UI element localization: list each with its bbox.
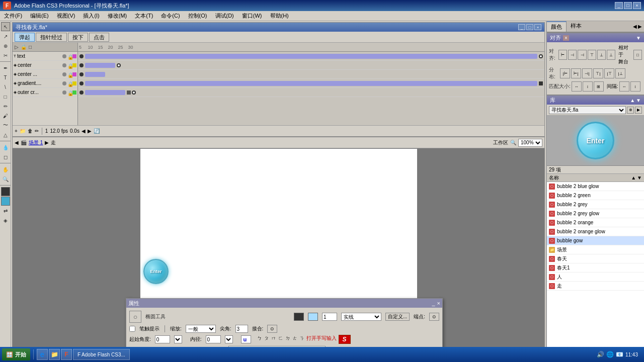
align-center-v-btn[interactable]: ⊥	[597, 50, 606, 60]
lib-arrow-btn[interactable]: ▲	[630, 98, 635, 103]
lib-item-bubble2greyglow[interactable]: ⬡ bubble 2 grey glow	[547, 209, 644, 218]
lib-sort-btn[interactable]: ▲	[631, 175, 636, 180]
lib-item-scene[interactable]: 📁 场景	[547, 245, 644, 254]
props-minimize-btn[interactable]: _	[432, 300, 435, 306]
doc-controls[interactable]: _ □ ×	[518, 24, 541, 30]
lib-new-symbol-btn[interactable]: ⊕	[627, 107, 634, 114]
layer-vis-icon3[interactable]	[62, 72, 66, 76]
eyedrop-tool[interactable]: 💧	[1, 143, 10, 152]
menu-command[interactable]: 命令(C)	[157, 11, 184, 21]
doc-minimize[interactable]: _	[518, 24, 525, 30]
menu-help[interactable]: 帮助(H)	[266, 11, 293, 21]
start-angle-unit[interactable]: °	[174, 335, 182, 343]
ime-btn2[interactable]: ㄆ	[264, 335, 269, 344]
handwrite-btn[interactable]: 打开手写输入	[306, 335, 337, 344]
minimize-btn[interactable]: _	[615, 2, 623, 9]
match-w-btn[interactable]: ↔	[572, 81, 582, 92]
active-app-btn[interactable]: F Adobe Flash CS3...	[73, 349, 130, 360]
close-btn[interactable]: ×	[633, 2, 641, 9]
layer-outer[interactable]: ◈ outer cr... 🔒	[13, 88, 77, 97]
dist-right-btn[interactable]: ⊣|	[582, 68, 592, 78]
ime-btn5[interactable]: ㄉ	[285, 335, 290, 344]
inner-radius-input[interactable]	[206, 335, 221, 343]
lib-item-bubbleglow[interactable]: ⬡ bubble gow	[547, 236, 644, 245]
library-controls[interactable]: ▲ ▼	[630, 98, 641, 103]
play-btn[interactable]: ▶	[88, 128, 92, 134]
loop-btn[interactable]: 🔄	[94, 128, 100, 134]
tab-color[interactable]: 颜色	[547, 21, 567, 32]
tab-sample[interactable]: 样本	[567, 21, 586, 32]
ink-tool[interactable]: 〜	[1, 121, 10, 130]
delete-layer-btn[interactable]: 🗑	[28, 128, 33, 134]
library-file-select[interactable]: 寻找春天.fla	[549, 106, 626, 114]
panel-arrow-left[interactable]: ◀	[633, 24, 637, 29]
ime-btn1[interactable]: ㄅ	[257, 335, 262, 344]
menu-window[interactable]: 窗口(W)	[238, 11, 266, 21]
align-top-btn[interactable]: ⊤	[588, 50, 596, 60]
eraser-tool[interactable]: ◻	[1, 152, 10, 161]
btn-press[interactable]: 按下	[68, 33, 88, 42]
brush-tool[interactable]: 🖌	[1, 111, 10, 120]
lasso-tool[interactable]: ✂	[1, 51, 10, 60]
match-both-btn[interactable]: ⊞	[594, 81, 604, 92]
btn-click[interactable]: 点击	[89, 33, 109, 42]
bubble-button[interactable]: Enter	[143, 259, 169, 284]
join-select[interactable]: ⊙	[267, 325, 277, 333]
props-controls[interactable]: _ ×	[432, 300, 440, 306]
workspace-btn[interactable]: 工作区	[493, 139, 508, 146]
hand-tool[interactable]: ✋	[1, 165, 10, 174]
layer-lock-icon5[interactable]: 🔒	[67, 90, 71, 95]
space-v-btn[interactable]: ↕	[630, 81, 640, 92]
align-center-h-btn[interactable]: ⊣	[568, 50, 577, 60]
panel-controls[interactable]: ◀ ▶	[631, 21, 644, 32]
dist-top-btn[interactable]: ⊤|	[593, 68, 603, 78]
align-stage-btn[interactable]: □	[633, 50, 642, 60]
ime-input-display[interactable]: u	[241, 335, 251, 343]
layer-lock-icon[interactable]: 🔒	[67, 54, 71, 58]
zoom-select[interactable]: 100% 50% 200%	[518, 139, 542, 147]
stroke-width-input[interactable]	[322, 313, 337, 321]
pen-tool[interactable]: ✒	[1, 63, 10, 72]
dist-left-btn[interactable]: |⊢	[560, 68, 570, 78]
stroke-hint-checkbox[interactable]	[129, 326, 135, 332]
layer-text[interactable]: T text 🔒	[13, 52, 77, 61]
paint-tool[interactable]: △	[1, 130, 10, 139]
start-btn[interactable]: 🪟 开始	[2, 348, 30, 360]
dist-center-h-btn[interactable]: ⊢|	[571, 68, 581, 78]
ime-btn3[interactable]: ㄇ	[271, 335, 276, 344]
layer-lock-icon2[interactable]: 🔒	[67, 63, 71, 67]
cap-select[interactable]: ⊙	[429, 313, 439, 321]
align-controls[interactable]: ▼	[636, 35, 641, 41]
maximize-btn[interactable]: □	[624, 2, 632, 9]
add-layer-btn[interactable]: +	[15, 128, 18, 134]
layer-vis-icon[interactable]	[62, 54, 66, 58]
btn-bounce[interactable]: 弹起	[15, 33, 35, 42]
lib-options-btn[interactable]: ▶	[635, 107, 642, 114]
lib-item-person[interactable]: ⬡ 人	[547, 273, 644, 282]
doc-close[interactable]: ×	[534, 24, 541, 30]
text-tool[interactable]: T	[1, 73, 10, 82]
title-bar-controls[interactable]: _ □ ×	[615, 2, 641, 9]
swap-colors[interactable]: ⇄	[1, 206, 10, 215]
scale-select[interactable]: 一般	[186, 325, 216, 333]
lib-item-bubble2blueglow[interactable]: ⬡ bubble 2 blue glow	[547, 182, 644, 191]
dist-bottom-btn[interactable]: |⊥	[615, 68, 625, 78]
lib-item-walk[interactable]: ⬡ 走	[547, 282, 644, 291]
custom-btn[interactable]: 自定义...	[385, 313, 410, 321]
flash-taskbar-btn[interactable]: F	[61, 349, 72, 360]
prev-frame-btn[interactable]: ◀	[82, 128, 86, 134]
layer-lock-icon3[interactable]: 🔒	[67, 72, 71, 76]
menu-modify[interactable]: 修改(M)	[104, 11, 131, 21]
ime-btn4[interactable]: ㄈ	[278, 335, 283, 344]
dist-center-v-btn[interactable]: |⊤	[604, 68, 614, 78]
stroke-style-select[interactable]: 实线	[341, 313, 381, 321]
stroke-color[interactable]	[1, 187, 10, 196]
default-colors[interactable]: ◈	[1, 216, 10, 225]
line-tool[interactable]: \	[1, 82, 10, 92]
ime-sogou-icon[interactable]: S	[339, 335, 351, 344]
space-h-btn[interactable]: ↔	[619, 81, 629, 92]
fill-color[interactable]	[1, 197, 10, 206]
lib-item-spring1[interactable]: ⬡ 春天1	[547, 263, 644, 273]
zoom-tool[interactable]: 🔍	[1, 174, 10, 184]
menu-file[interactable]: 文件(F)	[0, 11, 26, 21]
